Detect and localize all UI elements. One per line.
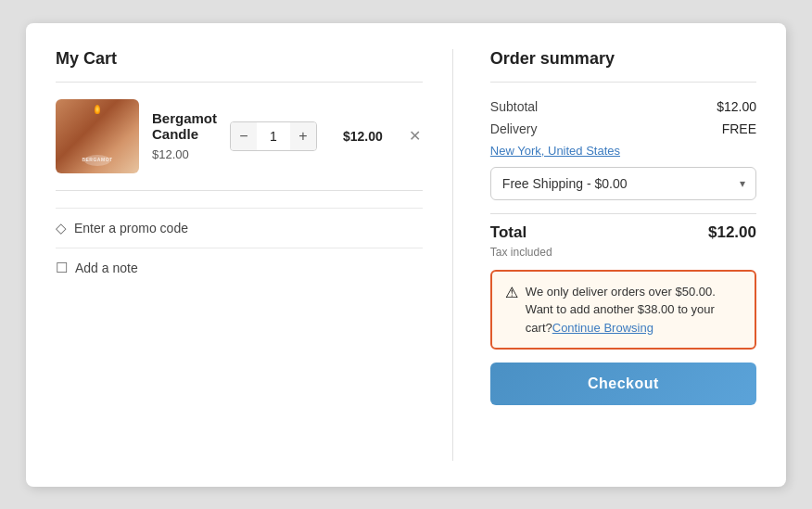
subtotal-value: $12.00 <box>717 99 756 114</box>
total-row: Total $12.00 <box>490 223 756 242</box>
continue-browsing-link[interactable]: Continue Browsing <box>552 321 653 335</box>
remove-item-button[interactable]: ✕ <box>407 127 423 145</box>
product-name: Bergamot Candle <box>152 110 217 142</box>
subtotal-row: Subtotal $12.00 <box>490 99 756 114</box>
cart-card: My Cart Bergamot Candle $12.00 − 1 + $12… <box>26 23 786 487</box>
quantity-increase-button[interactable]: + <box>290 121 316 151</box>
quantity-decrease-button[interactable]: − <box>231 121 257 151</box>
cart-divider <box>56 82 423 83</box>
subtotal-label: Subtotal <box>490 99 538 114</box>
delivery-value: FREE <box>722 121 756 136</box>
cart-item: Bergamot Candle $12.00 − 1 + $12.00 ✕ <box>56 99 423 173</box>
tax-label: Tax included <box>490 246 756 259</box>
total-label: Total <box>490 223 527 242</box>
note-label: Add a note <box>75 261 138 275</box>
candle-flame <box>95 105 100 114</box>
summary-title: Order summary <box>490 49 756 69</box>
note-row[interactable]: ☐ Add a note <box>56 248 423 287</box>
product-image <box>56 99 139 173</box>
promo-icon: ◇ <box>56 220 67 236</box>
shipping-select-wrapper: Free Shipping - $0.00 ▾ <box>490 167 756 200</box>
warning-icon: ⚠ <box>505 284 518 301</box>
delivery-row: Delivery FREE <box>490 121 756 136</box>
delivery-label: Delivery <box>490 121 538 136</box>
total-value: $12.00 <box>708 223 756 242</box>
promo-code-row[interactable]: ◇ Enter a promo code <box>56 208 423 248</box>
item-price: $12.00 <box>343 129 383 144</box>
total-divider <box>490 213 756 214</box>
cart-bottom: ◇ Enter a promo code ☐ Add a note <box>56 208 423 287</box>
checkout-button[interactable]: Checkout <box>490 363 756 405</box>
item-divider <box>56 190 423 191</box>
product-info: Bergamot Candle $12.00 <box>152 110 217 161</box>
cart-panel: My Cart Bergamot Candle $12.00 − 1 + $12… <box>56 49 453 461</box>
cart-title: My Cart <box>56 49 423 69</box>
promo-label: Enter a promo code <box>74 221 188 235</box>
shipping-select[interactable]: Free Shipping - $0.00 <box>490 167 756 200</box>
note-icon: ☐ <box>56 260 68 276</box>
product-price-sub: $12.00 <box>152 147 217 161</box>
quantity-value: 1 <box>257 129 290 144</box>
delivery-location-link[interactable]: New York, United States <box>490 144 756 158</box>
order-summary-panel: Order summary Subtotal $12.00 Delivery F… <box>490 49 756 461</box>
summary-divider <box>490 82 756 83</box>
quantity-stepper[interactable]: − 1 + <box>230 121 317 151</box>
warning-text: We only deliver orders over $50.00. Want… <box>526 283 742 337</box>
warning-box: ⚠ We only deliver orders over $50.00. Wa… <box>490 270 756 350</box>
